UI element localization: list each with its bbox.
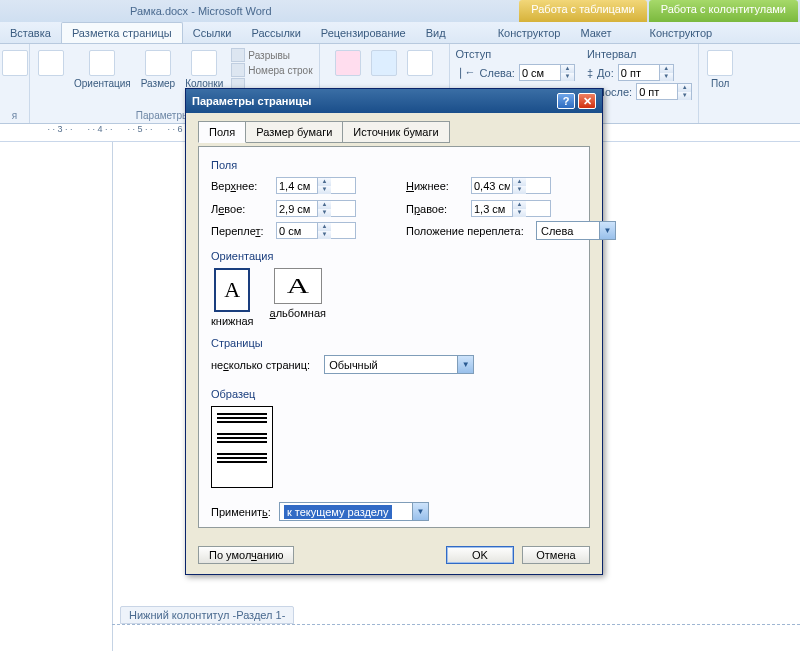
page-setup-dialog: Параметры страницы ? ✕ Поля Размер бумаг… bbox=[185, 88, 603, 575]
dialog-tab-source[interactable]: Источник бумаги bbox=[342, 121, 449, 143]
context-tabs: Работа с таблицами Работа с колонтитулам… bbox=[519, 0, 800, 22]
indent-left-spinner[interactable]: ▲▼ bbox=[519, 64, 575, 81]
multiple-pages-label: несколько страниц: bbox=[211, 359, 310, 371]
gutter-label: Переплет: bbox=[211, 225, 266, 237]
section-pages-heading: Страницы bbox=[211, 337, 577, 349]
margin-right-input[interactable] bbox=[472, 203, 512, 215]
tab-mailings[interactable]: Рассылки bbox=[241, 23, 310, 43]
themes-button[interactable] bbox=[0, 48, 30, 78]
dialog-tab-paper[interactable]: Размер бумаги bbox=[245, 121, 343, 143]
dialog-close-button[interactable]: ✕ bbox=[578, 93, 596, 109]
margin-left-label: Левое: bbox=[211, 203, 266, 215]
dialog-tabs: Поля Размер бумаги Источник бумаги bbox=[198, 121, 590, 143]
spacing-after-input[interactable] bbox=[637, 86, 677, 98]
spacing-before-input[interactable] bbox=[619, 67, 659, 79]
spin-up-icon[interactable]: ▲ bbox=[560, 65, 574, 73]
size-button[interactable]: Размер bbox=[139, 48, 177, 92]
indent-left-label: Слева: bbox=[480, 67, 515, 79]
window-titlebar: Рамка.docx - Microsoft Word Работа с таб… bbox=[0, 0, 800, 22]
footer-section-label[interactable]: Нижний колонтитул -Раздел 1- bbox=[120, 606, 294, 624]
spin-down-icon[interactable]: ▼ bbox=[560, 73, 574, 81]
ok-button[interactable]: OK bbox=[446, 546, 514, 564]
dropdown-icon[interactable]: ▼ bbox=[457, 356, 473, 373]
ribbon-group-themes: я bbox=[0, 44, 30, 123]
tab-page-layout[interactable]: Разметка страницы bbox=[61, 22, 183, 43]
margin-bottom-label: Нижнее: bbox=[406, 180, 461, 192]
indent-heading: Отступ bbox=[456, 48, 575, 60]
context-tab-tables[interactable]: Работа с таблицами bbox=[519, 0, 646, 22]
spacing-before-spinner[interactable]: ▲▼ bbox=[618, 64, 674, 81]
spacing-after-spinner[interactable]: ▲▼ bbox=[636, 83, 692, 100]
page-preview bbox=[211, 406, 273, 488]
section-margins-heading: Поля bbox=[211, 159, 577, 171]
dropdown-icon[interactable]: ▼ bbox=[412, 503, 428, 520]
line-numbers-button[interactable]: Номера строк bbox=[231, 63, 312, 77]
watermark-button[interactable] bbox=[333, 48, 363, 78]
page-borders-button[interactable] bbox=[405, 48, 435, 78]
spacing-before-icon: ‡ bbox=[587, 67, 593, 79]
tab-references[interactable]: Ссылки bbox=[183, 23, 242, 43]
interval-heading: Интервал bbox=[587, 48, 692, 60]
section-preview-heading: Образец bbox=[211, 388, 577, 400]
margin-top-spinner[interactable]: ▲▼ bbox=[276, 177, 356, 194]
margins-button[interactable] bbox=[36, 48, 66, 92]
orientation-landscape[interactable]: A альбомная bbox=[270, 268, 326, 327]
gutter-position-label: Положение переплета: bbox=[406, 225, 526, 237]
gutter-spinner[interactable]: ▲▼ bbox=[276, 222, 356, 239]
apply-to-select[interactable]: к текущему разделу▼ bbox=[279, 502, 429, 521]
orientation-portrait[interactable]: A книжная bbox=[211, 268, 254, 327]
gutter-position-select[interactable]: Слева▼ bbox=[536, 221, 616, 240]
margin-left-spinner[interactable]: ▲▼ bbox=[276, 200, 356, 217]
tab-header-constructor[interactable]: Конструктор bbox=[640, 23, 723, 43]
dialog-tab-fields[interactable]: Поля bbox=[198, 121, 246, 143]
dialog-titlebar[interactable]: Параметры страницы ? ✕ bbox=[186, 89, 602, 113]
spacing-before-label: До: bbox=[597, 67, 614, 79]
indent-left-icon: ❘← bbox=[456, 66, 476, 79]
section-orientation-heading: Ориентация bbox=[211, 250, 577, 262]
dialog-tab-pane: Поля Верхнее: ▲▼ Нижнее: ▲▼ Левое: ▲▼ Пр… bbox=[198, 146, 590, 528]
cancel-button[interactable]: Отмена bbox=[522, 546, 590, 564]
page-color-button[interactable] bbox=[369, 48, 399, 78]
tab-table-constructor[interactable]: Конструктор bbox=[488, 23, 571, 43]
columns-button[interactable]: Колонки bbox=[183, 48, 225, 92]
tab-table-layout[interactable]: Макет bbox=[570, 23, 621, 43]
margin-bottom-input[interactable] bbox=[472, 180, 512, 192]
ribbon-tab-strip: Вставка Разметка страницы Ссылки Рассылк… bbox=[0, 22, 800, 44]
orientation-button[interactable]: Ориентация bbox=[72, 48, 133, 92]
dropdown-icon[interactable]: ▼ bbox=[599, 222, 615, 239]
tab-review[interactable]: Рецензирование bbox=[311, 23, 416, 43]
dialog-title-text: Параметры страницы bbox=[192, 95, 311, 107]
margin-top-input[interactable] bbox=[277, 180, 317, 192]
default-button[interactable]: По умолчанию bbox=[198, 546, 294, 564]
margin-left-input[interactable] bbox=[277, 203, 317, 215]
context-tab-headers[interactable]: Работа с колонтитулами bbox=[649, 0, 798, 22]
document-title: Рамка.docx - Microsoft Word bbox=[130, 5, 272, 17]
gutter-input[interactable] bbox=[277, 225, 317, 237]
margin-right-label: Правое: bbox=[406, 203, 461, 215]
tab-insert[interactable]: Вставка bbox=[0, 23, 61, 43]
dialog-footer: По умолчанию OK Отмена bbox=[186, 538, 602, 574]
section-divider bbox=[112, 624, 800, 625]
margin-top-label: Верхнее: bbox=[211, 180, 266, 192]
dialog-help-button[interactable]: ? bbox=[557, 93, 575, 109]
tab-view[interactable]: Вид bbox=[416, 23, 456, 43]
multiple-pages-select[interactable]: Обычный▼ bbox=[324, 355, 474, 374]
apply-to-label: Применить: bbox=[211, 506, 271, 518]
position-button[interactable]: Пол bbox=[705, 48, 735, 91]
margin-right-spinner[interactable]: ▲▼ bbox=[471, 200, 551, 217]
margin-bottom-spinner[interactable]: ▲▼ bbox=[471, 177, 551, 194]
ribbon-group-arrange: Пол bbox=[699, 44, 741, 123]
indent-left-input[interactable] bbox=[520, 67, 560, 79]
page-setup-small-buttons: Разрывы Номера строк bbox=[231, 48, 312, 92]
breaks-button[interactable]: Разрывы bbox=[231, 48, 312, 62]
